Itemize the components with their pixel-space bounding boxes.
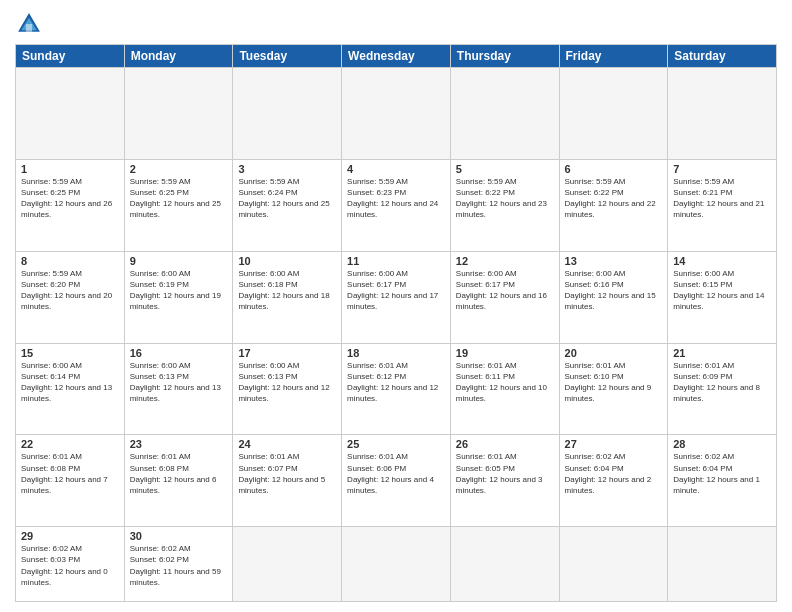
day-info: Sunrise: 6:01 AMSunset: 6:12 PMDaylight:… (347, 360, 445, 405)
day-number: 14 (673, 255, 771, 267)
col-saturday: Saturday (668, 45, 777, 68)
table-cell: 12Sunrise: 6:00 AMSunset: 6:17 PMDayligh… (450, 251, 559, 343)
day-info: Sunrise: 6:01 AMSunset: 6:05 PMDaylight:… (456, 451, 554, 496)
table-cell: 30Sunrise: 6:02 AMSunset: 6:02 PMDayligh… (124, 527, 233, 602)
day-info: Sunrise: 6:00 AMSunset: 6:17 PMDaylight:… (347, 268, 445, 313)
day-info: Sunrise: 6:02 AMSunset: 6:04 PMDaylight:… (565, 451, 663, 496)
table-cell: 27Sunrise: 6:02 AMSunset: 6:04 PMDayligh… (559, 435, 668, 527)
table-cell (233, 68, 342, 160)
table-cell: 3Sunrise: 5:59 AMSunset: 6:24 PMDaylight… (233, 159, 342, 251)
svg-rect-2 (26, 24, 32, 32)
day-number: 12 (456, 255, 554, 267)
day-number: 28 (673, 438, 771, 450)
day-info: Sunrise: 6:01 AMSunset: 6:08 PMDaylight:… (21, 451, 119, 496)
day-info: Sunrise: 6:01 AMSunset: 6:08 PMDaylight:… (130, 451, 228, 496)
day-number: 8 (21, 255, 119, 267)
day-number: 20 (565, 347, 663, 359)
table-cell: 9Sunrise: 6:00 AMSunset: 6:19 PMDaylight… (124, 251, 233, 343)
header (15, 10, 777, 38)
day-info: Sunrise: 6:01 AMSunset: 6:11 PMDaylight:… (456, 360, 554, 405)
day-info: Sunrise: 5:59 AMSunset: 6:22 PMDaylight:… (565, 176, 663, 221)
day-info: Sunrise: 6:00 AMSunset: 6:14 PMDaylight:… (21, 360, 119, 405)
table-cell: 21Sunrise: 6:01 AMSunset: 6:09 PMDayligh… (668, 343, 777, 435)
day-number: 29 (21, 530, 119, 542)
table-cell: 17Sunrise: 6:00 AMSunset: 6:13 PMDayligh… (233, 343, 342, 435)
col-tuesday: Tuesday (233, 45, 342, 68)
day-number: 24 (238, 438, 336, 450)
day-number: 11 (347, 255, 445, 267)
table-cell: 1Sunrise: 5:59 AMSunset: 6:25 PMDaylight… (16, 159, 125, 251)
day-info: Sunrise: 6:00 AMSunset: 6:15 PMDaylight:… (673, 268, 771, 313)
day-number: 13 (565, 255, 663, 267)
table-cell (342, 527, 451, 602)
logo (15, 10, 47, 38)
day-info: Sunrise: 6:00 AMSunset: 6:16 PMDaylight:… (565, 268, 663, 313)
day-info: Sunrise: 6:01 AMSunset: 6:09 PMDaylight:… (673, 360, 771, 405)
table-cell: 11Sunrise: 6:00 AMSunset: 6:17 PMDayligh… (342, 251, 451, 343)
table-cell (559, 68, 668, 160)
table-cell (668, 68, 777, 160)
day-number: 6 (565, 163, 663, 175)
table-cell (342, 68, 451, 160)
col-sunday: Sunday (16, 45, 125, 68)
day-number: 19 (456, 347, 554, 359)
day-number: 26 (456, 438, 554, 450)
day-number: 22 (21, 438, 119, 450)
table-cell: 13Sunrise: 6:00 AMSunset: 6:16 PMDayligh… (559, 251, 668, 343)
table-cell: 19Sunrise: 6:01 AMSunset: 6:11 PMDayligh… (450, 343, 559, 435)
table-cell: 16Sunrise: 6:00 AMSunset: 6:13 PMDayligh… (124, 343, 233, 435)
table-cell: 25Sunrise: 6:01 AMSunset: 6:06 PMDayligh… (342, 435, 451, 527)
day-info: Sunrise: 6:00 AMSunset: 6:13 PMDaylight:… (238, 360, 336, 405)
day-number: 5 (456, 163, 554, 175)
table-cell (450, 68, 559, 160)
day-number: 4 (347, 163, 445, 175)
table-cell: 23Sunrise: 6:01 AMSunset: 6:08 PMDayligh… (124, 435, 233, 527)
table-cell: 10Sunrise: 6:00 AMSunset: 6:18 PMDayligh… (233, 251, 342, 343)
table-cell: 2Sunrise: 5:59 AMSunset: 6:25 PMDaylight… (124, 159, 233, 251)
col-friday: Friday (559, 45, 668, 68)
day-number: 18 (347, 347, 445, 359)
calendar-table: Sunday Monday Tuesday Wednesday Thursday… (15, 44, 777, 602)
day-number: 2 (130, 163, 228, 175)
day-number: 9 (130, 255, 228, 267)
table-cell: 22Sunrise: 6:01 AMSunset: 6:08 PMDayligh… (16, 435, 125, 527)
day-number: 27 (565, 438, 663, 450)
col-thursday: Thursday (450, 45, 559, 68)
day-info: Sunrise: 6:00 AMSunset: 6:19 PMDaylight:… (130, 268, 228, 313)
day-info: Sunrise: 6:02 AMSunset: 6:02 PMDaylight:… (130, 543, 228, 588)
day-number: 23 (130, 438, 228, 450)
day-info: Sunrise: 6:02 AMSunset: 6:04 PMDaylight:… (673, 451, 771, 496)
table-cell: 6Sunrise: 5:59 AMSunset: 6:22 PMDaylight… (559, 159, 668, 251)
table-cell: 29Sunrise: 6:02 AMSunset: 6:03 PMDayligh… (16, 527, 125, 602)
table-cell (668, 527, 777, 602)
day-info: Sunrise: 6:01 AMSunset: 6:10 PMDaylight:… (565, 360, 663, 405)
day-info: Sunrise: 5:59 AMSunset: 6:23 PMDaylight:… (347, 176, 445, 221)
day-info: Sunrise: 6:02 AMSunset: 6:03 PMDaylight:… (21, 543, 119, 588)
table-cell: 4Sunrise: 5:59 AMSunset: 6:23 PMDaylight… (342, 159, 451, 251)
table-cell: 8Sunrise: 5:59 AMSunset: 6:20 PMDaylight… (16, 251, 125, 343)
day-number: 10 (238, 255, 336, 267)
table-cell: 20Sunrise: 6:01 AMSunset: 6:10 PMDayligh… (559, 343, 668, 435)
day-number: 15 (21, 347, 119, 359)
header-row: Sunday Monday Tuesday Wednesday Thursday… (16, 45, 777, 68)
table-cell (124, 68, 233, 160)
col-wednesday: Wednesday (342, 45, 451, 68)
table-cell: 26Sunrise: 6:01 AMSunset: 6:05 PMDayligh… (450, 435, 559, 527)
day-number: 7 (673, 163, 771, 175)
day-number: 3 (238, 163, 336, 175)
table-cell (450, 527, 559, 602)
page: Sunday Monday Tuesday Wednesday Thursday… (0, 0, 792, 612)
day-number: 25 (347, 438, 445, 450)
day-number: 16 (130, 347, 228, 359)
day-info: Sunrise: 5:59 AMSunset: 6:20 PMDaylight:… (21, 268, 119, 313)
logo-icon (15, 10, 43, 38)
table-cell (233, 527, 342, 602)
day-info: Sunrise: 6:00 AMSunset: 6:13 PMDaylight:… (130, 360, 228, 405)
day-info: Sunrise: 5:59 AMSunset: 6:24 PMDaylight:… (238, 176, 336, 221)
table-cell: 24Sunrise: 6:01 AMSunset: 6:07 PMDayligh… (233, 435, 342, 527)
day-info: Sunrise: 6:00 AMSunset: 6:18 PMDaylight:… (238, 268, 336, 313)
day-info: Sunrise: 5:59 AMSunset: 6:22 PMDaylight:… (456, 176, 554, 221)
day-info: Sunrise: 5:59 AMSunset: 6:21 PMDaylight:… (673, 176, 771, 221)
day-info: Sunrise: 6:01 AMSunset: 6:07 PMDaylight:… (238, 451, 336, 496)
col-monday: Monday (124, 45, 233, 68)
